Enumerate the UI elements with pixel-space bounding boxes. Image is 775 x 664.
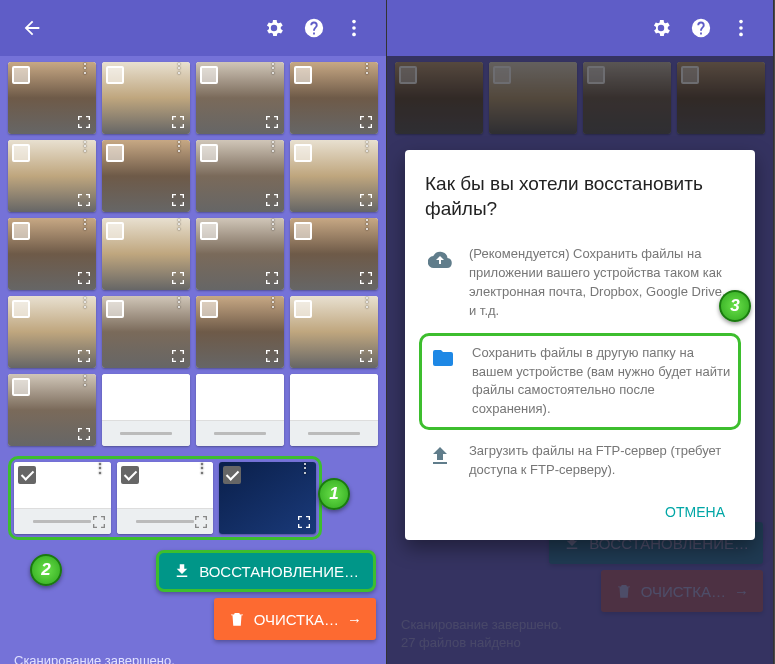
expand-icon[interactable] xyxy=(170,114,186,130)
tile-menu-icon[interactable]: ⋮ xyxy=(266,300,280,304)
gear-icon[interactable] xyxy=(254,8,294,48)
checkbox[interactable] xyxy=(106,144,124,162)
checkbox[interactable] xyxy=(200,222,218,240)
file-tile[interactable]: ⋮ xyxy=(14,462,111,534)
option-ftp[interactable]: Загрузить файлы на FTP-сервер (требует д… xyxy=(425,432,735,490)
checkbox[interactable] xyxy=(106,66,124,84)
option-cloud[interactable]: (Рекомендуется) Сохранить файлы на прило… xyxy=(425,235,735,330)
file-tile[interactable]: ⋮ xyxy=(102,140,190,212)
checkbox[interactable] xyxy=(200,66,218,84)
file-tile[interactable]: ⋮ xyxy=(196,218,284,290)
more-icon[interactable] xyxy=(721,8,761,48)
expand-icon[interactable] xyxy=(76,348,92,364)
cancel-button[interactable]: ОТМЕНА xyxy=(655,496,735,528)
checkbox[interactable] xyxy=(294,222,312,240)
file-tile[interactable]: ⋮ xyxy=(8,374,96,446)
file-tile[interactable]: ⋮ xyxy=(290,140,378,212)
cleanup-button[interactable]: ОЧИСТКА… → xyxy=(214,598,376,640)
expand-icon[interactable] xyxy=(170,192,186,208)
checkbox-checked[interactable] xyxy=(121,466,139,484)
tile-menu-icon[interactable]: ⋮ xyxy=(78,222,92,226)
tile-menu-icon[interactable]: ⋮ xyxy=(360,222,374,226)
expand-icon[interactable] xyxy=(264,348,280,364)
tile-menu-icon[interactable]: ⋮ xyxy=(78,144,92,148)
tile-menu-icon[interactable]: ⋮ xyxy=(172,144,186,148)
file-tile[interactable]: ⋮ xyxy=(290,62,378,134)
expand-icon[interactable] xyxy=(170,348,186,364)
checkbox[interactable] xyxy=(294,144,312,162)
tile-menu-icon[interactable]: ⋮ xyxy=(360,300,374,304)
expand-icon[interactable] xyxy=(358,348,374,364)
expand-icon[interactable] xyxy=(76,114,92,130)
tile-menu-icon[interactable]: ⋮ xyxy=(360,66,374,70)
file-tile[interactable]: ⋮ xyxy=(290,296,378,368)
tile-menu-icon[interactable]: ⋮ xyxy=(266,222,280,226)
file-tile[interactable]: ⋮ xyxy=(219,462,316,534)
more-icon[interactable] xyxy=(334,8,374,48)
tile-menu-icon[interactable]: ⋮ xyxy=(172,66,186,70)
checkbox[interactable] xyxy=(106,300,124,318)
expand-icon[interactable] xyxy=(76,192,92,208)
tile-menu-icon[interactable]: ⋮ xyxy=(78,66,92,70)
tile-menu-icon[interactable]: ⋮ xyxy=(172,300,186,304)
file-tile[interactable]: ⋮ xyxy=(290,218,378,290)
svg-point-3 xyxy=(739,20,743,24)
file-tile[interactable]: ⋮ xyxy=(102,218,190,290)
checkbox[interactable] xyxy=(200,378,218,396)
help-icon[interactable] xyxy=(294,8,334,48)
tile-menu-icon[interactable]: ⋮ xyxy=(298,466,312,470)
expand-icon[interactable] xyxy=(76,426,92,442)
checkbox[interactable] xyxy=(294,300,312,318)
expand-icon[interactable] xyxy=(193,514,209,530)
file-tile[interactable] xyxy=(196,374,284,446)
tile-menu-icon[interactable]: ⋮ xyxy=(266,144,280,148)
checkbox[interactable] xyxy=(12,222,30,240)
expand-icon[interactable] xyxy=(358,114,374,130)
checkbox-checked[interactable] xyxy=(18,466,36,484)
restore-button[interactable]: ВОССТАНОВЛЕНИЕ… xyxy=(156,550,376,592)
checkbox[interactable] xyxy=(12,66,30,84)
file-tile[interactable] xyxy=(102,374,190,446)
file-tile[interactable]: ⋮ xyxy=(8,296,96,368)
checkbox[interactable] xyxy=(200,144,218,162)
expand-icon[interactable] xyxy=(76,270,92,286)
file-tile[interactable]: ⋮ xyxy=(8,140,96,212)
checkbox[interactable] xyxy=(12,300,30,318)
expand-icon[interactable] xyxy=(296,514,312,530)
checkbox[interactable] xyxy=(200,300,218,318)
file-tile[interactable]: ⋮ xyxy=(8,218,96,290)
checkbox[interactable] xyxy=(294,378,312,396)
checkbox[interactable] xyxy=(294,66,312,84)
file-tile[interactable]: ⋮ xyxy=(196,296,284,368)
tile-menu-icon[interactable]: ⋮ xyxy=(172,222,186,226)
expand-icon[interactable] xyxy=(358,270,374,286)
tile-menu-icon[interactable]: ⋮ xyxy=(360,144,374,148)
tile-menu-icon[interactable]: ⋮ xyxy=(93,466,107,470)
expand-icon[interactable] xyxy=(91,514,107,530)
checkbox[interactable] xyxy=(12,378,30,396)
expand-icon[interactable] xyxy=(264,114,280,130)
checkbox[interactable] xyxy=(106,378,124,396)
tile-menu-icon[interactable]: ⋮ xyxy=(266,66,280,70)
gear-icon[interactable] xyxy=(641,8,681,48)
expand-icon[interactable] xyxy=(264,270,280,286)
help-icon[interactable] xyxy=(681,8,721,48)
tile-menu-icon[interactable]: ⋮ xyxy=(195,466,209,470)
tile-menu-icon[interactable]: ⋮ xyxy=(78,378,92,382)
checkbox[interactable] xyxy=(106,222,124,240)
file-tile[interactable]: ⋮ xyxy=(8,62,96,134)
file-tile[interactable]: ⋮ xyxy=(196,62,284,134)
checkbox[interactable] xyxy=(12,144,30,162)
checkbox-checked[interactable] xyxy=(223,466,241,484)
expand-icon[interactable] xyxy=(358,192,374,208)
file-tile[interactable] xyxy=(290,374,378,446)
file-tile[interactable]: ⋮ xyxy=(102,296,190,368)
file-tile[interactable]: ⋮ xyxy=(102,62,190,134)
file-tile[interactable]: ⋮ xyxy=(117,462,214,534)
expand-icon[interactable] xyxy=(264,192,280,208)
tile-menu-icon[interactable]: ⋮ xyxy=(78,300,92,304)
file-tile[interactable]: ⋮ xyxy=(196,140,284,212)
expand-icon[interactable] xyxy=(170,270,186,286)
back-icon[interactable] xyxy=(12,8,52,48)
option-folder[interactable]: Сохранить файлы в другую папку на вашем … xyxy=(419,333,741,430)
